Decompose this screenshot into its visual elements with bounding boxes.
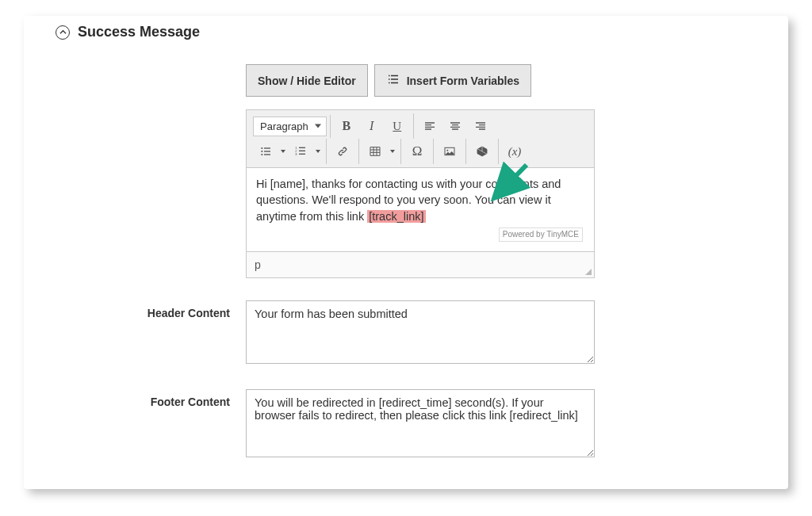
bullet-list-caret[interactable] (278, 140, 288, 162)
svg-point-4 (261, 154, 262, 155)
element-path[interactable]: p (255, 258, 261, 271)
table-caret[interactable] (388, 140, 397, 162)
svg-point-2 (261, 151, 262, 152)
underline-button[interactable]: U (385, 115, 410, 137)
svg-rect-5 (264, 154, 270, 155)
highlighted-token: [track_link] (367, 210, 425, 223)
svg-rect-11 (299, 154, 305, 155)
image-button[interactable] (437, 140, 462, 162)
align-left-button[interactable] (417, 115, 442, 137)
insert-variables-label: Insert Form Variables (407, 75, 519, 87)
variable-button[interactable]: (x) (502, 140, 527, 162)
editor-text: Hi [name], thanks for contacting us with… (256, 178, 561, 223)
widget-button[interactable] (469, 140, 495, 162)
format-select-label: Paragraph (260, 120, 308, 132)
svg-point-0 (261, 147, 262, 149)
editor-body[interactable]: Hi [name], thanks for contacting us with… (247, 168, 594, 251)
editor-toolbar: Paragraph B I U (247, 110, 594, 168)
format-select[interactable]: Paragraph (253, 117, 327, 136)
svg-rect-9 (299, 151, 305, 151)
section-header[interactable]: Success Message (56, 24, 756, 40)
svg-text:3: 3 (295, 152, 297, 156)
link-button[interactable] (330, 140, 355, 162)
italic-button[interactable]: I (359, 115, 385, 137)
special-char-button[interactable]: Ω (404, 140, 430, 162)
chevron-up-icon (56, 25, 70, 40)
svg-rect-1 (264, 147, 270, 148)
bold-button[interactable]: B (334, 115, 359, 137)
bullet-list-button[interactable] (253, 140, 278, 162)
rich-text-editor: Paragraph B I U (246, 109, 595, 278)
svg-rect-3 (264, 151, 270, 151)
insert-variables-button[interactable]: Insert Form Variables (374, 64, 531, 97)
toggle-editor-button[interactable]: Show / Hide Editor (246, 64, 368, 97)
resize-grip[interactable] (583, 266, 592, 276)
powered-by-label: Powered by TinyMCE (499, 227, 583, 242)
number-list-button[interactable]: 123 (288, 140, 313, 162)
table-button[interactable] (362, 140, 388, 162)
list-icon (386, 72, 400, 89)
number-list-caret[interactable] (313, 140, 323, 162)
toggle-editor-label: Show / Hide Editor (258, 75, 356, 87)
section-title: Success Message (78, 24, 200, 40)
svg-point-13 (446, 150, 448, 151)
header-content-input[interactable]: Your form has been submitted (246, 300, 595, 364)
footer-content-input[interactable]: You will be redirected in [redirect_time… (246, 389, 595, 457)
header-content-label: Header Content (56, 300, 246, 319)
align-center-button[interactable] (442, 115, 468, 137)
align-right-button[interactable] (468, 115, 493, 137)
footer-content-label: Footer Content (56, 389, 246, 408)
editor-statusbar: p (247, 251, 594, 277)
svg-rect-7 (299, 147, 305, 148)
